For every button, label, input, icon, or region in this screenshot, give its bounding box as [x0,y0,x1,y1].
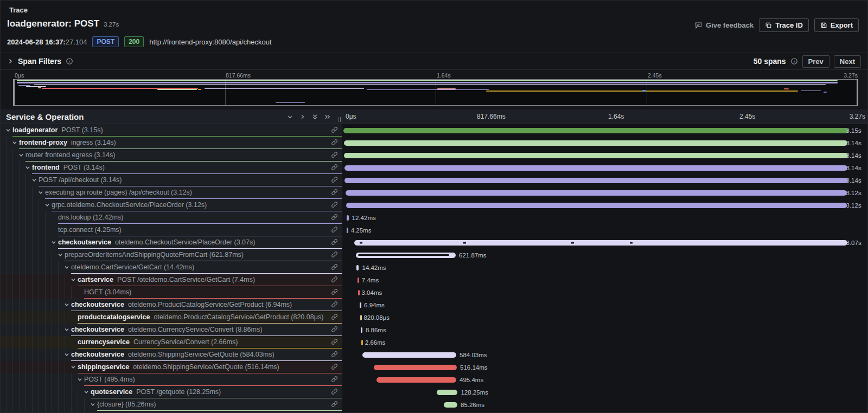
link-icon[interactable] [331,139,338,146]
chevron-down-icon[interactable] [83,389,91,395]
chevron-down-icon[interactable] [44,202,52,208]
span-bar-cell[interactable]: 495.4ms [342,373,867,386]
span-bar[interactable] [360,315,362,320]
span-bar-cell[interactable]: 7.4ms [342,274,867,286]
link-icon[interactable] [331,388,338,395]
span-name-cell[interactable]: {closure} (85.26ms) [1,398,342,411]
span-bar-cell[interactable]: 6.94ms [342,299,867,311]
span-name-cell[interactable]: dns.lookup (12.42ms) [1,211,342,224]
trace-minimap[interactable]: 0μs817.66ms1.64s2.45s3.27s [5,72,863,107]
chevron-down-icon[interactable] [37,189,45,196]
collapse-one-icon[interactable] [286,113,293,120]
link-icon[interactable] [331,189,338,196]
span-name-cell[interactable]: frontend-proxyingress (3.14s) [1,137,342,149]
span-bar[interactable] [358,290,360,295]
span-name-cell[interactable]: checkoutserviceoteldemo.CurrencyService/… [1,324,342,336]
chevron-down-icon[interactable] [63,264,71,270]
span-name-cell[interactable]: shippingserviceoteldemo.ShippingService/… [1,361,342,373]
span-row[interactable]: checkoutserviceoteldemo.ProductCatalogSe… [1,299,867,311]
span-row[interactable]: oteldemo.CartService/GetCart (14.42ms)14… [1,261,867,274]
expand-one-icon[interactable] [299,113,306,120]
link-icon[interactable] [331,351,338,358]
link-icon[interactable] [331,214,338,221]
link-icon[interactable] [331,288,338,295]
span-bar[interactable] [344,178,847,183]
span-name-cell[interactable]: grpc.oteldemo.CheckoutService/PlaceOrder… [1,199,342,211]
span-bar-cell[interactable]: 3.07s [342,236,867,249]
span-bar[interactable] [346,190,847,196]
chevron-down-icon[interactable] [50,239,58,246]
link-icon[interactable] [331,401,338,408]
link-icon[interactable] [331,326,338,333]
span-bar[interactable] [437,390,457,395]
link-icon[interactable] [331,176,338,183]
span-name-cell[interactable]: oteldemo.CartService/GetCart (14.42ms) [1,261,342,274]
link-icon[interactable] [331,201,338,208]
chevron-down-icon[interactable] [70,364,78,370]
span-bar[interactable] [347,215,349,221]
span-bar-cell[interactable]: 3.14s [342,174,867,186]
span-row[interactable]: shippingserviceoteldemo.ShippingService/… [1,361,867,373]
span-name-cell[interactable]: POST /api/checkout (3.14s) [1,174,342,186]
span-row[interactable]: dns.lookup (12.42ms)12.42ms [1,211,867,224]
span-row[interactable]: cartservicePOST /oteldemo.CartService/Ge… [1,274,867,286]
span-bar-cell[interactable]: 14.42ms [342,261,867,274]
span-row[interactable]: productcatalogserviceoteldemo.ProductCat… [1,311,867,324]
span-bar-cell[interactable]: 16.33ms [342,411,867,413]
span-bar[interactable] [362,352,456,358]
span-row[interactable]: {closure} (85.26ms)85.26ms [1,398,867,411]
span-name-cell[interactable]: cartservicePOST /oteldemo.CartService/Ge… [1,274,342,286]
span-row[interactable]: prepareOrderItemsAndShippingQuoteFromCar… [1,249,867,261]
link-icon[interactable] [331,251,338,258]
span-name-cell[interactable]: executing api route (pages) /api/checkou… [1,186,342,199]
give-feedback-link[interactable]: Give feedback [694,21,754,29]
chevron-down-icon[interactable] [70,276,78,283]
span-row[interactable]: calculate-quote (16.33ms)16.33ms [1,411,867,413]
span-name-cell[interactable]: productcatalogserviceoteldemo.ProductCat… [1,311,342,324]
span-bar-cell[interactable]: 621.87ms [342,249,867,261]
span-bar[interactable] [354,240,847,246]
link-icon[interactable] [331,126,338,133]
span-bar-cell[interactable]: 584.03ms [342,349,867,361]
span-bar-cell[interactable]: 820.08μs [342,311,867,324]
span-name-cell[interactable]: checkoutserviceoteldemo.ProductCatalogSe… [1,299,342,311]
span-name-cell[interactable]: checkoutserviceoteldemo.CheckoutService/… [1,236,342,249]
span-row[interactable]: quoteservicePOST /getquote (128.25ms)128… [1,386,867,398]
minimap-viewport[interactable] [14,79,858,106]
link-icon[interactable] [331,313,338,320]
link-icon[interactable] [331,263,338,270]
span-name-cell[interactable]: prepareOrderItemsAndShippingQuoteFromCar… [1,249,342,261]
span-row[interactable]: loadgeneratorPOST (3.15s)3.15s [1,124,867,137]
link-icon[interactable] [331,376,338,383]
trace-id-button[interactable]: Trace ID [759,18,809,32]
span-bar[interactable] [344,153,847,158]
chevron-down-icon[interactable] [11,139,19,146]
span-bar-cell[interactable]: 3.12s [342,199,867,211]
span-bar[interactable] [346,203,847,208]
span-bar[interactable] [444,402,457,408]
span-name-cell[interactable]: tcp.connect (4.25ms) [1,224,342,236]
span-bar-cell[interactable]: 4.25ms [342,224,867,236]
column-resize-handle[interactable] [339,117,341,122]
span-name-cell[interactable]: frontendPOST (3.14s) [1,162,342,174]
chevron-down-icon[interactable] [63,301,71,308]
span-bar-cell[interactable]: 3.14s [342,162,867,174]
span-name-cell[interactable]: currencyserviceCurrencyService/Convert (… [1,336,342,349]
span-row[interactable]: checkoutserviceoteldemo.CheckoutService/… [1,236,867,249]
span-row[interactable]: POST (495.4ms)495.4ms [1,373,867,386]
span-row[interactable]: HGET (3.04ms)3.04ms [1,286,867,299]
chevron-down-icon[interactable] [57,251,65,258]
span-row[interactable]: checkoutserviceoteldemo.ShippingService/… [1,349,867,361]
chevron-down-icon[interactable] [24,164,32,171]
export-button[interactable]: Export [814,18,859,32]
span-bar[interactable] [376,377,456,383]
link-icon[interactable] [331,226,338,233]
span-name-cell[interactable]: loadgeneratorPOST (3.15s) [1,124,342,137]
chevron-down-icon[interactable] [63,351,71,358]
span-row[interactable]: currencyserviceCurrencyService/Convert (… [1,336,867,349]
span-row[interactable]: executing api route (pages) /api/checkou… [1,186,867,199]
span-row[interactable]: router frontend egress (3.14s)3.14s [1,149,867,162]
span-bar-cell[interactable]: 3.15s [342,124,867,137]
span-bar[interactable] [361,340,363,345]
span-bar[interactable] [347,228,348,233]
